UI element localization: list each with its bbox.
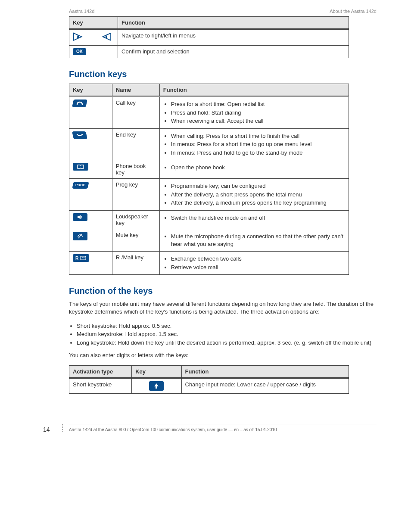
- list-item: After the delivery, a short press opens …: [171, 191, 345, 199]
- loudspeaker-icon: [73, 213, 87, 221]
- cell-function: Switch the handsfree mode on and off: [159, 211, 349, 229]
- arrow-right-icon: [73, 32, 85, 42]
- cell-ok-func: Confirm input and selection: [118, 45, 349, 58]
- list-item: Medium keystroke: Hold approx. 1.5 sec.: [77, 330, 377, 338]
- list-item: Exchange between two calls: [171, 255, 345, 263]
- cell-key: [69, 160, 112, 179]
- page-footer: 14 Aastra 142d at the Aastra 800 / OpenC…: [69, 424, 377, 432]
- cell-nav-func: Navigate to right/left in menus: [118, 29, 349, 46]
- cell-key: [69, 211, 112, 229]
- cell-name: End key: [112, 128, 159, 160]
- list-item: Long keystroke: Hold down the key until …: [77, 339, 377, 347]
- arrow-left-icon: [100, 32, 112, 42]
- list-item: Short keystroke: Hold approx. 0.5 sec.: [77, 322, 377, 330]
- phonebook-icon: [73, 163, 88, 171]
- function-keys-table: Key Name Function Call keyPress for a sh…: [69, 84, 349, 275]
- cell-key: [69, 229, 112, 252]
- th-function: Function: [181, 366, 349, 378]
- list-item: Switch the handsfree mode on and off: [171, 214, 345, 222]
- cell-shift-func: Change input mode: Lower case / upper ca…: [181, 378, 349, 394]
- keystroke-intro: The keys of your mobile unit may have se…: [69, 300, 377, 316]
- cell-shift-key: [132, 378, 181, 394]
- cell-function: Programmable key; can be configuredAfter…: [159, 179, 349, 211]
- keystroke-table: Activation type Key Function Short keyst…: [69, 365, 349, 394]
- cell-function: Press for a short time: Open redial list…: [159, 96, 349, 129]
- list-item: Programmable key; can be configured: [171, 182, 345, 190]
- svg-rect-1: [77, 35, 79, 38]
- cell-name: Phone book key: [112, 160, 159, 179]
- cell-function: Mute the microphone during a connection …: [159, 229, 349, 252]
- page-number: 14: [43, 426, 50, 433]
- call-icon: [72, 100, 87, 107]
- shift-icon: [149, 381, 164, 391]
- svg-text:R: R: [75, 256, 79, 260]
- ok-icon: OK: [73, 48, 86, 55]
- th-key: Key: [69, 17, 118, 29]
- cell-name: Prog key: [112, 179, 159, 211]
- list-item: Press for a short time: Open redial list: [171, 100, 345, 108]
- list-item: Open the phone book: [171, 164, 345, 171]
- cell-function: When calling: Press for a short time to …: [159, 128, 349, 160]
- r-mail-icon: R: [73, 254, 89, 262]
- header-product: Aastra 142d: [69, 9, 94, 14]
- prog-icon: PROG: [72, 182, 89, 189]
- list-item: Press and hold: Start dialing: [171, 109, 345, 117]
- footer-dots-icon: [62, 424, 64, 432]
- list-item: In menus: Press and hold to go to the st…: [171, 149, 345, 157]
- cell-activation: Short keystroke: [69, 378, 132, 394]
- keystroke-options-list: Short keystroke: Hold approx. 0.5 sec.Me…: [69, 322, 377, 347]
- cell-key: PROG: [69, 179, 112, 211]
- list-item: Retrieve voice mail: [171, 264, 345, 271]
- cell-key: R: [69, 252, 112, 275]
- cell-function: Exchange between two callsRetrieve voice…: [159, 252, 349, 275]
- cell-key: [69, 128, 112, 160]
- list-item: When calling: Press for a short time to …: [171, 132, 345, 140]
- page-header: Aastra 142d About the Aastra 142d: [69, 9, 377, 14]
- cell-key: [69, 96, 112, 129]
- svg-rect-3: [106, 35, 107, 38]
- cell-function: Open the phone book: [159, 160, 349, 179]
- section-title-function-keys: Function keys: [69, 69, 377, 79]
- mute-icon: [73, 232, 87, 240]
- list-item: After the delivery, a medium press opens…: [171, 199, 345, 207]
- cell-name: Loudspeaker key: [112, 211, 159, 229]
- nav-keys-table: Key Function Navigate to right/left in m…: [69, 16, 349, 58]
- cell-name: Mute key: [112, 229, 159, 252]
- cell-ok-key: OK: [69, 45, 118, 58]
- cell-nav-arrows: [69, 29, 118, 46]
- th-name: Name: [112, 84, 159, 96]
- th-key: Key: [132, 366, 181, 378]
- keystroke-note: You can also enter digits or letters wit…: [69, 352, 377, 359]
- th-key: Key: [69, 84, 112, 96]
- section-title-key-functions: Function of the keys: [69, 286, 377, 296]
- list-item: Mute the microphone during a connection …: [171, 233, 345, 248]
- list-item: When receiving a call: Accept the call: [171, 117, 345, 125]
- th-function: Function: [118, 17, 349, 29]
- end-icon: [72, 131, 87, 139]
- cell-name: Call key: [112, 96, 159, 129]
- header-chapter: About the Aastra 142d: [330, 9, 377, 14]
- th-activation: Activation type: [69, 366, 132, 378]
- footer-text: Aastra 142d at the Aastra 800 / OpenCom …: [69, 427, 277, 432]
- list-item: In menus: Press for a short time to go u…: [171, 140, 345, 148]
- th-function: Function: [159, 84, 349, 96]
- cell-name: R /Mail key: [112, 252, 159, 275]
